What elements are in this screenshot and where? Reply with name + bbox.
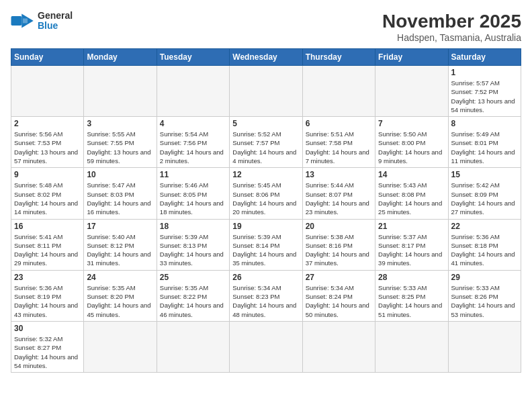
weekday-header: Wednesday — [230, 49, 302, 66]
calendar-day-cell: 1Sunrise: 5:57 AM Sunset: 7:52 PM Daylig… — [448, 66, 521, 117]
day-number: 4 — [160, 119, 226, 128]
location-title: Hadspen, Tasmania, Australia — [382, 32, 521, 43]
day-info: Sunrise: 5:49 AM Sunset: 8:01 PM Dayligh… — [451, 130, 518, 165]
svg-rect-2 — [23, 19, 28, 24]
day-info: Sunrise: 5:34 AM Sunset: 8:24 PM Dayligh… — [306, 283, 372, 319]
calendar-day-cell — [302, 321, 375, 372]
calendar-day-cell: 21Sunrise: 5:37 AM Sunset: 8:17 PM Dayli… — [375, 219, 448, 270]
calendar-day-cell: 11Sunrise: 5:46 AM Sunset: 8:05 PM Dayli… — [157, 168, 229, 219]
day-number: 6 — [306, 119, 372, 128]
calendar-day-cell: 10Sunrise: 5:47 AM Sunset: 8:03 PM Dayli… — [84, 168, 157, 219]
calendar-day-cell — [448, 321, 521, 372]
calendar-day-cell: 15Sunrise: 5:42 AM Sunset: 8:09 PM Dayli… — [448, 168, 521, 219]
calendar-day-cell: 7Sunrise: 5:50 AM Sunset: 8:00 PM Daylig… — [375, 117, 448, 168]
day-info: Sunrise: 5:52 AM Sunset: 7:57 PM Dayligh… — [232, 130, 299, 165]
calendar-day-cell: 16Sunrise: 5:41 AM Sunset: 8:11 PM Dayli… — [11, 219, 84, 270]
day-number: 3 — [87, 119, 153, 128]
calendar-header-row: SundayMondayTuesdayWednesdayThursdayFrid… — [11, 49, 521, 66]
calendar-day-cell: 5Sunrise: 5:52 AM Sunset: 7:57 PM Daylig… — [230, 117, 302, 168]
calendar-day-cell: 18Sunrise: 5:39 AM Sunset: 8:13 PM Dayli… — [157, 219, 229, 270]
day-number: 7 — [378, 119, 445, 128]
day-info: Sunrise: 5:42 AM Sunset: 8:09 PM Dayligh… — [451, 181, 518, 216]
calendar-day-cell: 4Sunrise: 5:54 AM Sunset: 7:56 PM Daylig… — [157, 117, 229, 168]
day-info: Sunrise: 5:54 AM Sunset: 7:56 PM Dayligh… — [160, 130, 226, 165]
calendar-week-row: 9Sunrise: 5:48 AM Sunset: 8:02 PM Daylig… — [11, 168, 521, 219]
day-number: 14 — [378, 170, 445, 179]
title-area: November 2025 Hadspen, Tasmania, Austral… — [382, 11, 521, 43]
calendar-day-cell — [84, 321, 157, 372]
calendar-week-row: 23Sunrise: 5:36 AM Sunset: 8:19 PM Dayli… — [11, 270, 521, 321]
calendar-day-cell: 17Sunrise: 5:40 AM Sunset: 8:12 PM Dayli… — [84, 219, 157, 270]
day-number: 10 — [87, 170, 153, 179]
day-number: 11 — [160, 170, 226, 179]
day-number: 21 — [378, 222, 445, 231]
calendar-day-cell — [157, 66, 229, 117]
calendar-day-cell: 22Sunrise: 5:36 AM Sunset: 8:18 PM Dayli… — [448, 219, 521, 270]
calendar-day-cell: 23Sunrise: 5:36 AM Sunset: 8:19 PM Dayli… — [11, 270, 84, 321]
day-info: Sunrise: 5:45 AM Sunset: 8:06 PM Dayligh… — [232, 181, 299, 216]
day-info: Sunrise: 5:34 AM Sunset: 8:23 PM Dayligh… — [232, 283, 299, 319]
calendar-day-cell: 8Sunrise: 5:49 AM Sunset: 8:01 PM Daylig… — [448, 117, 521, 168]
header: General Blue November 2025 Hadspen, Tasm… — [11, 11, 521, 43]
calendar-week-row: 30Sunrise: 5:32 AM Sunset: 8:27 PM Dayli… — [11, 321, 521, 372]
day-number: 23 — [14, 273, 81, 282]
calendar-day-cell — [302, 66, 375, 117]
day-info: Sunrise: 5:46 AM Sunset: 8:05 PM Dayligh… — [160, 181, 226, 216]
calendar-day-cell — [11, 66, 84, 117]
weekday-header: Sunday — [11, 49, 84, 66]
day-info: Sunrise: 5:57 AM Sunset: 7:52 PM Dayligh… — [451, 79, 518, 114]
day-info: Sunrise: 5:39 AM Sunset: 8:13 PM Dayligh… — [160, 232, 226, 268]
day-number: 15 — [451, 170, 518, 179]
day-number: 19 — [232, 222, 299, 231]
day-number: 16 — [14, 222, 81, 231]
day-number: 8 — [451, 119, 518, 128]
day-number: 5 — [232, 119, 299, 128]
calendar-day-cell: 30Sunrise: 5:32 AM Sunset: 8:27 PM Dayli… — [11, 321, 84, 372]
weekday-header: Tuesday — [157, 49, 229, 66]
day-number: 27 — [306, 273, 372, 282]
calendar-day-cell: 20Sunrise: 5:38 AM Sunset: 8:16 PM Dayli… — [302, 219, 375, 270]
day-number: 17 — [87, 222, 153, 231]
day-info: Sunrise: 5:37 AM Sunset: 8:17 PM Dayligh… — [378, 232, 445, 268]
calendar-day-cell: 25Sunrise: 5:35 AM Sunset: 8:22 PM Dayli… — [157, 270, 229, 321]
day-info: Sunrise: 5:55 AM Sunset: 7:55 PM Dayligh… — [87, 130, 153, 165]
logo-icon — [11, 11, 35, 30]
day-info: Sunrise: 5:36 AM Sunset: 8:19 PM Dayligh… — [14, 283, 81, 319]
calendar-day-cell: 12Sunrise: 5:45 AM Sunset: 8:06 PM Dayli… — [230, 168, 302, 219]
calendar-day-cell: 28Sunrise: 5:33 AM Sunset: 8:25 PM Dayli… — [375, 270, 448, 321]
day-info: Sunrise: 5:40 AM Sunset: 8:12 PM Dayligh… — [87, 232, 153, 268]
day-info: Sunrise: 5:36 AM Sunset: 8:18 PM Dayligh… — [451, 232, 518, 268]
day-info: Sunrise: 5:47 AM Sunset: 8:03 PM Dayligh… — [87, 181, 153, 216]
day-info: Sunrise: 5:38 AM Sunset: 8:16 PM Dayligh… — [306, 232, 372, 268]
weekday-header: Friday — [375, 49, 448, 66]
calendar-day-cell: 2Sunrise: 5:56 AM Sunset: 7:53 PM Daylig… — [11, 117, 84, 168]
day-info: Sunrise: 5:35 AM Sunset: 8:22 PM Dayligh… — [160, 283, 226, 319]
day-info: Sunrise: 5:33 AM Sunset: 8:26 PM Dayligh… — [451, 283, 518, 319]
calendar-day-cell: 19Sunrise: 5:39 AM Sunset: 8:14 PM Dayli… — [230, 219, 302, 270]
day-number: 13 — [306, 170, 372, 179]
calendar: SundayMondayTuesdayWednesdayThursdayFrid… — [11, 48, 521, 373]
day-info: Sunrise: 5:35 AM Sunset: 8:20 PM Dayligh… — [87, 283, 153, 319]
day-number: 2 — [14, 119, 81, 128]
calendar-day-cell — [230, 321, 302, 372]
day-number: 1 — [451, 68, 518, 77]
calendar-day-cell — [84, 66, 157, 117]
day-number: 18 — [160, 222, 226, 231]
calendar-day-cell: 3Sunrise: 5:55 AM Sunset: 7:55 PM Daylig… — [84, 117, 157, 168]
calendar-day-cell: 6Sunrise: 5:51 AM Sunset: 7:58 PM Daylig… — [302, 117, 375, 168]
calendar-day-cell: 27Sunrise: 5:34 AM Sunset: 8:24 PM Dayli… — [302, 270, 375, 321]
day-info: Sunrise: 5:33 AM Sunset: 8:25 PM Dayligh… — [378, 283, 445, 319]
day-info: Sunrise: 5:50 AM Sunset: 8:00 PM Dayligh… — [378, 130, 445, 165]
day-info: Sunrise: 5:56 AM Sunset: 7:53 PM Dayligh… — [14, 130, 81, 165]
calendar-day-cell: 24Sunrise: 5:35 AM Sunset: 8:20 PM Dayli… — [84, 270, 157, 321]
calendar-week-row: 16Sunrise: 5:41 AM Sunset: 8:11 PM Dayli… — [11, 219, 521, 270]
logo-text: General Blue — [38, 11, 73, 32]
day-info: Sunrise: 5:41 AM Sunset: 8:11 PM Dayligh… — [14, 232, 81, 268]
day-info: Sunrise: 5:43 AM Sunset: 8:08 PM Dayligh… — [378, 181, 445, 216]
calendar-day-cell: 14Sunrise: 5:43 AM Sunset: 8:08 PM Dayli… — [375, 168, 448, 219]
day-number: 26 — [232, 273, 299, 282]
day-number: 28 — [378, 273, 445, 282]
weekday-header: Thursday — [302, 49, 375, 66]
month-title: November 2025 — [382, 11, 521, 32]
day-number: 25 — [160, 273, 226, 282]
